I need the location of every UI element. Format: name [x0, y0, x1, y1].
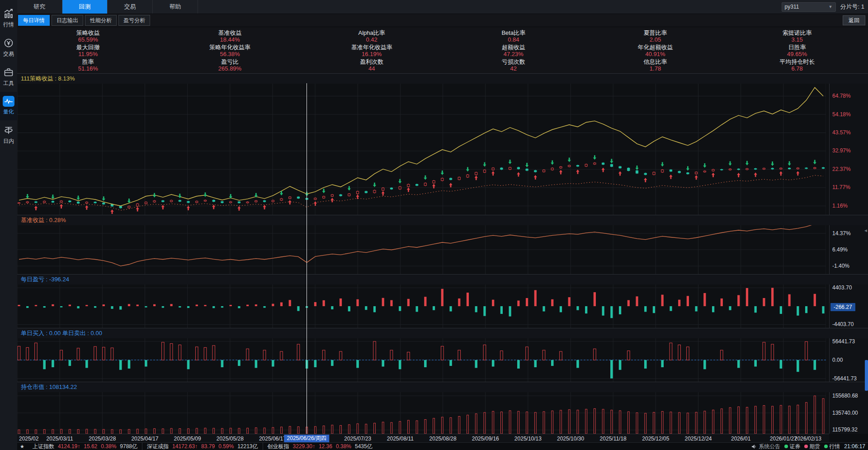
metric-value: 47.23%	[504, 51, 524, 57]
chart-panel-benchmark: 基准收益 : 0.28%14.37%6.49%-1.40%	[17, 215, 868, 274]
metric-value: 56.38%	[220, 51, 240, 57]
status-dot-icon	[804, 445, 808, 448]
pin-icon: ★	[20, 444, 24, 450]
collapse-handle-icon[interactable]: ◄	[863, 228, 868, 233]
tab-trading[interactable]: 交易	[108, 0, 153, 14]
axis-label: 115799.32	[832, 426, 858, 433]
top-menu-bar: 研究 回测 交易 帮助 py311 ▼ 分片号: 1	[17, 0, 868, 14]
sub-tab-bar: 每日详情 日志输出 性能分析 盈亏分析 返回	[17, 14, 868, 27]
metric-cell: 策略年化收益率56.38%	[159, 43, 301, 58]
plot-benchmark[interactable]	[17, 225, 829, 274]
metrics-grid: 策略收益65.59%基准收益18.44%Alpha比率0.42Beta比率0.8…	[17, 27, 868, 73]
metric-cell: 盈亏比265.89%	[159, 58, 301, 72]
sidebar-item-intraday[interactable]: 日内	[0, 120, 17, 150]
plot-dailypnl[interactable]	[17, 284, 829, 328]
metric-value: 65.59%	[78, 36, 98, 43]
interpreter-select[interactable]: py311 ▼	[782, 2, 836, 12]
index-quote[interactable]: 上证指数4124.19↑15.620.38%9788亿	[28, 443, 142, 450]
scrollbar[interactable]: ◄	[865, 73, 868, 434]
metric-value: 6.78	[792, 65, 803, 72]
service-status: 期货	[804, 443, 820, 450]
metric-value: 16.19%	[362, 51, 382, 57]
plot-position[interactable]	[17, 392, 829, 434]
clock: 21:06:17	[844, 443, 865, 450]
metric-cell: 年化超额收益40.91%	[585, 43, 726, 58]
chart-panel-trades: 单日买入 : 0.00 单日卖出 : 0.0056441.730.00-5644…	[17, 328, 868, 382]
sidebar-item-label: 行情	[3, 21, 14, 28]
time-tick: 2026/02/13	[794, 436, 821, 442]
metric-label: 基准收益	[218, 29, 241, 36]
plot-trades[interactable]	[17, 338, 829, 382]
tab-pnl-analysis[interactable]: 盈亏分析	[118, 15, 150, 26]
time-tick: 2025/05/09	[174, 436, 201, 442]
back-button[interactable]: 返回	[843, 15, 865, 25]
metric-cell: 超额收益47.23%	[443, 43, 585, 58]
time-tick: 2026/01	[731, 436, 750, 442]
metric-value: 11.95%	[78, 51, 98, 57]
metric-cell: 信息比率1.78	[585, 58, 726, 72]
tab-performance[interactable]: 性能分析	[85, 15, 117, 26]
metric-value: 265.89%	[218, 65, 241, 72]
metric-value: 3.15	[792, 36, 803, 43]
charts-region: ◄ 111策略收益 : 8.13%64.78%54.18%43.57%32.97…	[17, 73, 868, 434]
plot-strategy[interactable]	[17, 84, 829, 215]
metric-cell: Beta比率0.84	[443, 29, 585, 43]
sidebar-item-label: 日内	[3, 137, 14, 145]
axis-label: 32.97%	[832, 147, 851, 154]
axis-label: 0.00	[832, 357, 843, 363]
panel-title: 111策略收益 : 8.13%	[21, 75, 75, 83]
speaker-icon	[751, 444, 757, 449]
metric-cell: 胜率51.16%	[17, 58, 159, 72]
panel-title: 每日盈亏 : -396.24	[21, 275, 69, 284]
announcement-label: 系统公告	[759, 443, 780, 450]
metric-value: 0.84	[508, 36, 519, 43]
crosshair-date-label: 2025/06/26/周四	[284, 435, 329, 442]
time-tick: 2025/08/28	[429, 436, 457, 442]
metric-label: 平均持仓时长	[779, 58, 815, 65]
metric-cell: 最大回撤11.95%	[17, 43, 159, 58]
y-axis-benchmark: 14.37%6.49%-1.40%	[829, 225, 868, 274]
index-quote[interactable]: 深证成指14172.63↑83.790.59%12213亿	[142, 443, 263, 450]
y-axis-position: 155680.68135740.00115799.32	[829, 392, 868, 434]
metric-label: 索提诺比率	[783, 29, 812, 36]
metric-label: 盈利次数	[360, 58, 383, 65]
time-tick: 2025/12/05	[642, 436, 669, 442]
time-tick: 2025/12/24	[684, 436, 712, 442]
sidebar-item-tools[interactable]: 工具	[0, 62, 17, 92]
axis-label: -56441.73	[832, 375, 857, 382]
sidebar-item-trade[interactable]: 交易	[0, 33, 17, 62]
axis-label: 64.78%	[832, 93, 851, 99]
y-axis-strategy: 64.78%54.18%43.57%32.97%22.37%11.77%1.16…	[829, 84, 868, 215]
time-tick: 2025/10/30	[557, 436, 584, 442]
index-quote[interactable]: 创业板指3229.30↑12.360.38%5435亿	[263, 443, 377, 450]
metric-value: 0.42	[366, 36, 377, 43]
metric-value: 2.05	[650, 36, 661, 43]
metric-cell: Alpha比率0.42	[301, 29, 443, 43]
crosshair-value-badge: -266.27	[830, 303, 855, 311]
sidebar-item-quant[interactable]: 量化	[0, 92, 17, 120]
sidebar-item-market[interactable]: 行情	[0, 4, 17, 33]
panel-title: 单日买入 : 0.00 单日卖出 : 0.00	[21, 329, 102, 337]
service-status: 行情	[824, 443, 840, 450]
tab-daily-detail[interactable]: 每日详情	[18, 15, 50, 26]
scrollbar-thumb[interactable]	[865, 360, 868, 391]
metric-cell: 索提诺比率3.15	[726, 29, 868, 43]
announcement-link[interactable]: 系统公告	[751, 443, 780, 450]
tab-log-output[interactable]: 日志输出	[52, 15, 83, 26]
metric-label: 最大回撤	[76, 44, 100, 51]
axis-label: -4403.70	[832, 321, 854, 327]
metric-cell: 基准年化收益率16.19%	[301, 43, 443, 58]
market-icon	[3, 8, 14, 19]
panel-title: 持仓市值 : 108134.22	[21, 383, 77, 391]
tab-help[interactable]: 帮助	[153, 0, 198, 14]
metric-cell: 策略收益65.59%	[17, 29, 159, 43]
axis-label: 56441.73	[832, 338, 855, 345]
tab-research[interactable]: 研究	[17, 0, 62, 14]
metric-label: 策略收益	[76, 29, 100, 36]
y-axis-dailypnl: 4403.70-4403.70-266.27	[829, 284, 868, 328]
time-tick: 2025/05/28	[217, 436, 244, 442]
service-status: 证券	[784, 443, 800, 450]
axis-label: 1.16%	[832, 203, 848, 209]
axis-label: 11.77%	[832, 184, 850, 190]
tab-backtest[interactable]: 回测	[62, 0, 108, 14]
